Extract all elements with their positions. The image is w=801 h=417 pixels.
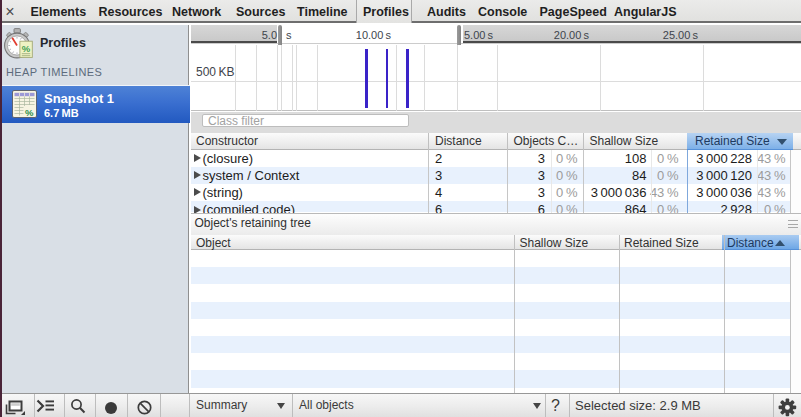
svg-text:%: % [22,43,31,54]
svg-text:%: % [25,107,34,118]
